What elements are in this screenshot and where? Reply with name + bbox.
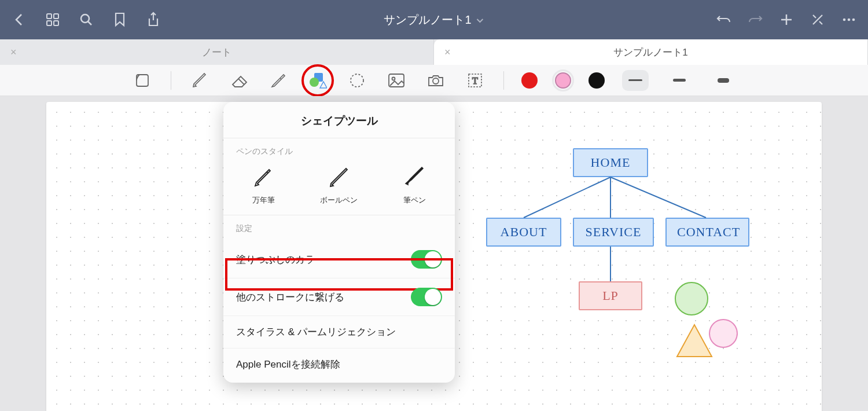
pen-style-label: 万年筆 (252, 195, 275, 206)
highlighter-tool[interactable] (267, 69, 289, 91)
svg-point-4 (81, 14, 89, 23)
search-icon[interactable] (79, 12, 94, 27)
row-label: 塗りつぶしのカラー (236, 253, 325, 266)
svg-rect-2 (47, 21, 52, 25)
diagram-connectors (480, 148, 758, 293)
bookmark-icon[interactable] (112, 12, 127, 27)
svg-point-14 (433, 78, 439, 84)
app-topbar: サンプルノート1 (0, 0, 868, 39)
svg-point-11 (351, 74, 363, 87)
popover-title: シェイプツール (223, 102, 455, 138)
shape-tool[interactable] (307, 69, 329, 91)
title-text: サンプルノート1 (384, 12, 471, 28)
canvas-area: HOME ABOUT SERVICE CONTACT LP シェイプツール ペン… (0, 96, 868, 411)
row-stylus-palm[interactable]: スタイラス & パームリジェクション (223, 316, 455, 348)
pen-style-fountain[interactable]: 万年筆 (252, 166, 275, 206)
separator (503, 71, 504, 90)
row-fill-color[interactable]: 塗りつぶしのカラー (223, 241, 455, 278)
svg-point-21 (675, 282, 708, 315)
pen-style-section-label: ペンのスタイル (223, 138, 455, 164)
diagram: HOME ABOUT SERVICE CONTACT LP (480, 148, 758, 397)
svg-point-13 (392, 77, 395, 80)
svg-line-17 (524, 177, 610, 218)
pen-style-brush[interactable]: 筆ペン (403, 166, 426, 206)
row-label: 他のストロークに繋げる (236, 291, 344, 304)
row-label: スタイラス & パームリジェクション (236, 325, 396, 339)
svg-point-6 (848, 19, 851, 21)
row-connect-strokes[interactable]: 他のストロークに繋げる (223, 278, 455, 316)
topbar-right-group (716, 12, 856, 27)
disable-pencil-icon[interactable] (810, 12, 825, 27)
svg-point-22 (709, 320, 737, 347)
pen-style-ballpoint[interactable]: ボールペン (320, 166, 358, 206)
grid-view-icon[interactable] (45, 12, 60, 27)
eraser-tool[interactable] (228, 69, 250, 91)
undo-button[interactable] (716, 12, 731, 27)
row-disconnect-pencil[interactable]: Apple Pencilを接続解除 (223, 348, 455, 383)
stroke-width-thin[interactable] (622, 70, 649, 91)
chevron-down-icon (476, 13, 484, 27)
stroke-width-thick[interactable] (710, 70, 737, 91)
lasso-tool[interactable] (346, 69, 368, 91)
back-button[interactable] (12, 12, 27, 27)
close-icon[interactable]: × (10, 46, 17, 58)
read-mode-button[interactable] (131, 69, 153, 91)
toggle-connect-strokes[interactable] (411, 288, 442, 306)
add-button[interactable] (779, 12, 794, 27)
svg-rect-3 (54, 21, 58, 25)
svg-rect-9 (314, 73, 323, 82)
separator (171, 71, 171, 90)
svg-point-10 (310, 78, 319, 87)
shape-tool-popover: シェイプツール ペンのスタイル 万年筆 ボールペン 筆ペン 設定 塗りつぶしのカ… (223, 102, 455, 383)
tab-label: サンプルノート1 (613, 46, 687, 59)
row-label: Apple Pencilを接続解除 (236, 358, 340, 371)
color-swatch-black[interactable] (589, 72, 605, 89)
pen-tool[interactable] (189, 69, 211, 91)
svg-point-7 (852, 19, 855, 21)
stroke-width-medium[interactable] (666, 70, 693, 91)
tab-label: ノート (202, 46, 231, 59)
toggle-fill-color[interactable] (411, 250, 442, 269)
tab-note[interactable]: × ノート (0, 39, 434, 65)
svg-line-19 (610, 177, 706, 218)
svg-rect-0 (47, 14, 52, 19)
redo-button[interactable] (748, 12, 763, 27)
color-swatch-red[interactable] (521, 72, 538, 89)
pen-style-label: 筆ペン (403, 195, 426, 206)
svg-point-5 (843, 19, 846, 21)
svg-text:T: T (472, 76, 478, 86)
text-tool[interactable]: T (464, 69, 486, 91)
pen-style-label: ボールペン (320, 195, 358, 206)
more-icon[interactable] (841, 12, 856, 27)
tab-sample-note-1[interactable]: × サンプルノート1 (434, 39, 868, 65)
color-swatch-pink[interactable] (555, 72, 571, 89)
close-icon[interactable]: × (444, 46, 451, 58)
note-paper[interactable]: HOME ABOUT SERVICE CONTACT LP シェイプツール ペン… (46, 102, 822, 411)
topbar-left-group (12, 12, 161, 27)
document-title[interactable]: サンプルノート1 (384, 12, 484, 28)
svg-rect-1 (54, 14, 58, 19)
camera-tool[interactable] (425, 69, 447, 91)
share-icon[interactable] (146, 12, 161, 27)
drawing-toolbar: T (0, 65, 868, 96)
pen-styles-row: 万年筆 ボールペン 筆ペン (223, 164, 455, 215)
settings-section-label: 設定 (223, 215, 455, 241)
diagram-shapes (654, 276, 752, 368)
image-tool[interactable] (385, 69, 407, 91)
tab-bar: × ノート × サンプルノート1 (0, 39, 868, 65)
